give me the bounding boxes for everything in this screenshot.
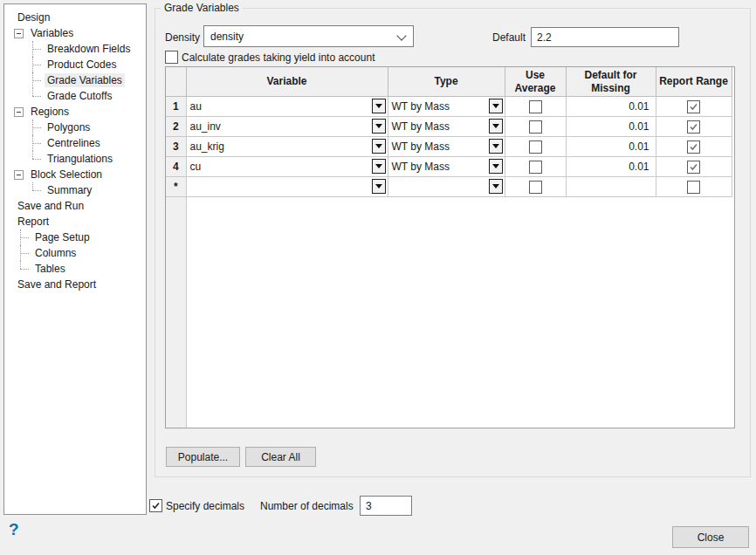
default-for-missing-cell[interactable]: 0.01 <box>566 117 656 137</box>
report-range-checkbox[interactable] <box>687 100 700 113</box>
tree-item-columns[interactable]: Columns <box>4 245 146 261</box>
report-range-cell <box>656 177 732 197</box>
type-cell[interactable] <box>388 177 505 197</box>
tree-item-label: Breakdown Fields <box>45 42 133 56</box>
use-average-cell <box>505 137 566 157</box>
tree-item-triangulations[interactable]: Triangulations <box>4 151 146 167</box>
tree-item-save-and-run[interactable]: Save and Run <box>4 198 146 214</box>
use-average-checkbox[interactable] <box>529 140 542 154</box>
close-button[interactable]: Close <box>672 526 749 548</box>
tree-item-polygons[interactable]: Polygons <box>4 120 146 135</box>
table-row: 2au_invWT by Mass0.01 <box>166 117 732 137</box>
tree-branch-line <box>31 88 45 104</box>
populate-button[interactable]: Populate... <box>166 447 240 467</box>
tree-item-summary[interactable]: Summary <box>4 182 146 198</box>
row-header[interactable]: 4 <box>166 157 186 177</box>
type-dropdown-icon[interactable] <box>489 179 503 194</box>
tree-item-variables[interactable]: Variables <box>4 25 146 41</box>
tree-branch-line <box>19 261 32 277</box>
specify-decimals-checkbox-box[interactable] <box>149 499 162 512</box>
number-of-decimals-label: Number of decimals <box>260 500 354 512</box>
grade-variables-grid: VariableTypeUse AverageDefault for Missi… <box>165 66 735 428</box>
grade-variables-table: VariableTypeUse AverageDefault for Missi… <box>166 67 732 197</box>
tree-item-product-codes[interactable]: Product Codes <box>4 57 146 72</box>
use-average-checkbox[interactable] <box>529 100 542 113</box>
clear-all-button[interactable]: Clear All <box>245 447 316 467</box>
default-for-missing-cell[interactable] <box>566 177 656 197</box>
variable-cell[interactable] <box>186 177 388 197</box>
type-cell[interactable]: WT by Mass <box>388 157 505 177</box>
table-row: * <box>166 177 732 197</box>
type-dropdown-icon[interactable] <box>489 139 503 154</box>
navigation-tree: DesignVariablesBreakdown FieldsProduct C… <box>3 3 147 515</box>
collapse-icon[interactable] <box>14 170 24 180</box>
tree-branch-line <box>31 57 45 72</box>
variable-dropdown-icon[interactable] <box>372 119 386 134</box>
tree-item-design[interactable]: Design <box>4 10 146 25</box>
default-for-missing-cell[interactable]: 0.01 <box>566 97 656 117</box>
use-average-checkbox[interactable] <box>529 181 542 194</box>
tree-branch-line <box>31 120 45 135</box>
tree-item-block-selection[interactable]: Block Selection <box>4 167 146 182</box>
variable-dropdown-icon[interactable] <box>372 139 386 154</box>
type-dropdown-icon[interactable] <box>489 99 503 113</box>
specify-decimals-checkbox[interactable] <box>149 499 162 513</box>
table-row: 1auWT by Mass0.01 <box>166 97 732 117</box>
tree-item-tables[interactable]: Tables <box>4 261 146 277</box>
help-icon[interactable]: ? <box>9 520 19 539</box>
variable-cell[interactable]: au_krig <box>186 137 388 157</box>
grid-empty-area <box>166 197 734 428</box>
report-range-checkbox[interactable] <box>687 181 700 194</box>
density-combobox[interactable]: density <box>203 25 414 47</box>
variable-cell[interactable]: cu <box>186 157 388 177</box>
report-range-checkbox[interactable] <box>687 140 700 154</box>
variable-dropdown-icon[interactable] <box>372 99 386 113</box>
row-header[interactable]: 2 <box>166 117 186 137</box>
number-of-decimals-input[interactable]: 3 <box>360 496 412 516</box>
type-dropdown-icon[interactable] <box>489 119 503 134</box>
variable-cell[interactable]: au <box>186 97 388 117</box>
type-cell[interactable]: WT by Mass <box>388 137 505 157</box>
default-for-missing-cell[interactable]: 0.01 <box>566 137 656 157</box>
variable-dropdown-icon[interactable] <box>372 179 386 194</box>
tree-item-regions[interactable]: Regions <box>4 104 146 120</box>
tree-item-page-setup[interactable]: Page Setup <box>4 230 146 245</box>
specify-decimals-label: Specify decimals <box>166 500 244 512</box>
collapse-icon[interactable] <box>14 29 24 38</box>
density-value: density <box>210 31 244 43</box>
row-header-gutter <box>166 197 187 428</box>
type-cell[interactable]: WT by Mass <box>388 97 505 117</box>
use-average-checkbox[interactable] <box>529 161 542 174</box>
default-input[interactable]: 2.2 <box>531 27 679 47</box>
calculate-yield-checkbox[interactable] <box>165 51 178 66</box>
variable-cell[interactable]: au_inv <box>186 117 388 137</box>
type-dropdown-icon[interactable] <box>489 159 503 174</box>
variable-dropdown-icon[interactable] <box>372 159 386 174</box>
column-header-use-average: Use Average <box>505 67 566 97</box>
row-header[interactable]: 3 <box>166 137 186 157</box>
table-row: 4cuWT by Mass0.01 <box>166 157 732 177</box>
calculate-yield-checkbox-box[interactable] <box>165 51 178 64</box>
tree-item-centrelines[interactable]: Centrelines <box>4 135 146 151</box>
column-header-variable: Variable <box>186 67 388 97</box>
tree-item-label: Columns <box>32 246 79 260</box>
report-range-checkbox[interactable] <box>687 120 700 134</box>
tree-item-report[interactable]: Report <box>4 214 146 230</box>
tree-item-label: Triangulations <box>45 152 115 166</box>
tree-item-grade-cutoffs[interactable]: Grade Cutoffs <box>4 88 146 104</box>
collapse-icon[interactable] <box>14 107 24 117</box>
tree-item-breakdown-fields[interactable]: Breakdown Fields <box>4 41 146 57</box>
type-cell[interactable]: WT by Mass <box>388 117 505 137</box>
tree-item-label: Product Codes <box>45 58 119 72</box>
report-range-checkbox[interactable] <box>687 161 700 174</box>
tree-item-label: Grade Variables <box>45 73 125 87</box>
default-for-missing-cell[interactable]: 0.01 <box>566 157 656 177</box>
grade-variables-groupbox: Grade Variables Density density Default … <box>155 8 751 477</box>
row-header[interactable]: 1 <box>166 97 186 117</box>
dialog-window: { "tree": { "items": [ {"label":"Design"… <box>0 0 756 555</box>
use-average-checkbox[interactable] <box>529 120 542 134</box>
tree-item-grade-variables[interactable]: Grade Variables <box>4 72 146 88</box>
tree-item-save-and-report[interactable]: Save and Report <box>4 277 146 292</box>
row-header[interactable]: * <box>166 177 186 197</box>
tree-item-label: Summary <box>45 183 94 197</box>
